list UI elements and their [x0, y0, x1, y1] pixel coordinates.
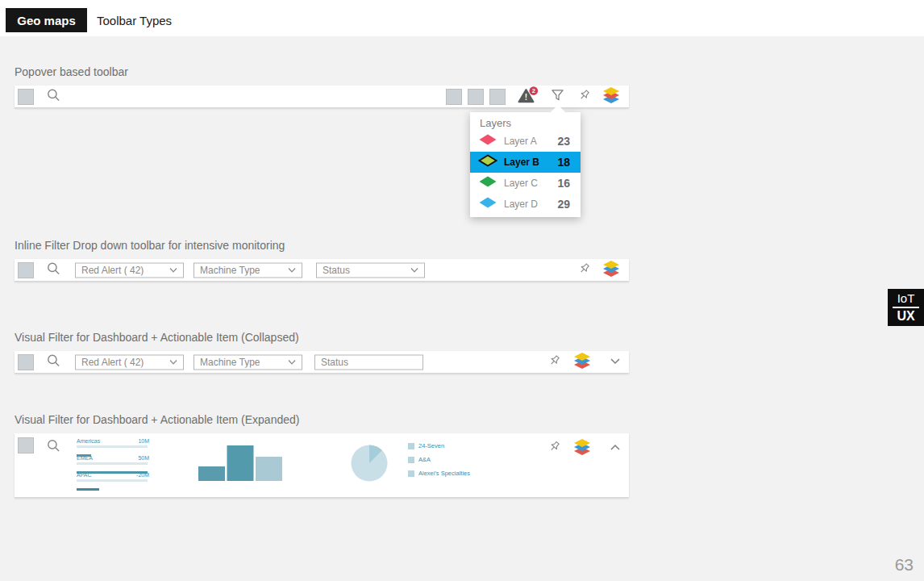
- layer-count: 18: [557, 156, 570, 169]
- svg-text:!: !: [525, 93, 527, 102]
- comparison-track: [77, 462, 148, 465]
- layers-icon[interactable]: [602, 86, 620, 107]
- status-dropdown[interactable]: Status: [316, 262, 425, 278]
- layer-label: Layer C: [504, 178, 538, 189]
- chevron-down-icon: [169, 357, 177, 368]
- comparison-row: Americas 10M: [77, 438, 149, 448]
- legend-swatch: [408, 470, 414, 477]
- placeholder-icon[interactable]: [18, 262, 34, 278]
- status-input[interactable]: [314, 354, 423, 370]
- layer-row-d[interactable]: Layer D 29: [470, 194, 581, 215]
- toolbar-visual-filter-collapsed: Red Alert ( 42) Machine Type: [15, 351, 629, 374]
- dropdown-value: Red Alert ( 42): [81, 265, 169, 276]
- legend-swatch: [408, 443, 414, 449]
- layer-d-diamond-icon: [478, 196, 497, 212]
- section-heading-inline: Inline Filter Drop down toolbar for inte…: [15, 239, 285, 252]
- section-heading-collapsed: Visual Filter for Dashboard + Actionable…: [15, 331, 299, 344]
- chevron-down-icon: [288, 357, 296, 368]
- layers-icon[interactable]: [573, 438, 591, 459]
- layer-row-b-selected[interactable]: Layer B 18: [470, 152, 581, 173]
- popover-title: Layers: [470, 112, 581, 131]
- legend-swatch: [408, 457, 414, 463]
- comparison-label: Americas: [77, 438, 100, 444]
- machine-type-dropdown[interactable]: Machine Type: [194, 354, 302, 370]
- layer-c-diamond-icon: [478, 175, 497, 191]
- layer-label: Layer B: [504, 157, 539, 168]
- search-icon[interactable]: [47, 439, 60, 456]
- placeholder-icon[interactable]: [18, 89, 34, 105]
- dropdown-value: Machine Type: [200, 357, 288, 368]
- layers-icon[interactable]: [573, 352, 591, 373]
- red-alert-dropdown[interactable]: Red Alert ( 42): [75, 262, 184, 278]
- legend-item: 24-Seven: [408, 442, 470, 449]
- dropdown-value: Machine Type: [200, 265, 288, 276]
- layer-count: 16: [557, 177, 570, 190]
- pie-legend: 24-Seven A&A Alexei's Specialties: [408, 442, 470, 483]
- column-micro-chart[interactable]: [198, 444, 284, 484]
- layer-label: Layer D: [504, 199, 538, 210]
- toolbar-inline-filter: Red Alert ( 42) Machine Type Status: [15, 259, 629, 282]
- badge-line-iot: IoT: [893, 291, 920, 308]
- legend-label: Alexei's Specialties: [418, 470, 470, 477]
- layer-a-diamond-icon: [478, 133, 497, 149]
- legend-item: A&A: [408, 456, 470, 463]
- toolbar-popover-based: ! 2: [15, 86, 629, 108]
- comparison-track: [77, 445, 148, 448]
- layer-label: Layer A: [504, 136, 537, 147]
- chevron-down-icon: [169, 265, 177, 276]
- pin-icon[interactable]: [547, 353, 561, 370]
- page-number: 63: [895, 555, 914, 575]
- placeholder-icon[interactable]: [18, 354, 34, 370]
- badge-line-ux: UX: [897, 308, 914, 324]
- pie-chart[interactable]: [348, 442, 390, 487]
- dropdown-value: Status: [323, 265, 410, 276]
- layers-popover: Layers Layer A 23 Layer B 18 Layer C 16 …: [470, 112, 581, 217]
- tab-toolbar-types[interactable]: Toolbar Types: [97, 8, 172, 32]
- pin-icon[interactable]: [577, 261, 591, 278]
- alert-badge: 2: [532, 87, 535, 94]
- comparison-track: [77, 479, 148, 482]
- comparison-value: 10M: [138, 438, 149, 444]
- toolbar-visual-filter-expanded: Americas 10M EMEA 50M APAC -: [15, 433, 629, 498]
- section-heading-popover: Popover based toolbar: [15, 65, 128, 78]
- layer-count: 29: [557, 198, 570, 211]
- placeholder-icon[interactable]: [489, 89, 506, 105]
- tab-geo-maps[interactable]: Geo maps: [6, 8, 87, 32]
- alert-icon[interactable]: ! 2: [518, 86, 539, 107]
- search-icon[interactable]: [47, 261, 60, 278]
- placeholder-icon[interactable]: [446, 89, 462, 105]
- red-alert-dropdown[interactable]: Red Alert ( 42): [75, 354, 184, 370]
- tab-bar: Geo maps Toolbar Types: [0, 0, 924, 36]
- section-heading-expanded: Visual Filter for Dashboard + Actionable…: [15, 413, 299, 426]
- machine-type-dropdown[interactable]: Machine Type: [194, 262, 302, 278]
- popover-arrow: [551, 105, 565, 112]
- layers-icon[interactable]: [602, 260, 620, 281]
- pin-icon[interactable]: [547, 440, 561, 457]
- legend-item: Alexei's Specialties: [408, 470, 470, 477]
- chevron-down-icon[interactable]: [610, 355, 621, 370]
- page: Geo maps Toolbar Types Popover based too…: [0, 0, 924, 581]
- comparison-micro-chart[interactable]: Americas 10M EMEA 50M APAC -: [77, 438, 149, 489]
- pin-icon[interactable]: [577, 88, 591, 105]
- filter-funnel-icon[interactable]: [551, 88, 564, 105]
- layer-row-c[interactable]: Layer C 16: [470, 173, 581, 194]
- layer-b-diamond-icon: [478, 154, 497, 170]
- placeholder-icon[interactable]: [18, 437, 34, 454]
- placeholder-icon[interactable]: [468, 89, 484, 105]
- iot-ux-badge: IoT UX: [888, 289, 924, 326]
- chevron-down-icon: [410, 265, 418, 276]
- chevron-down-icon: [288, 265, 296, 276]
- search-icon[interactable]: [47, 353, 60, 370]
- chevron-up-icon[interactable]: [610, 442, 621, 457]
- layer-row-a[interactable]: Layer A 23: [470, 131, 581, 152]
- layer-count: 23: [557, 135, 570, 148]
- legend-label: 24-Seven: [418, 442, 444, 449]
- dropdown-value: Red Alert ( 42): [81, 357, 169, 368]
- search-icon[interactable]: [47, 88, 60, 105]
- legend-label: A&A: [418, 456, 431, 463]
